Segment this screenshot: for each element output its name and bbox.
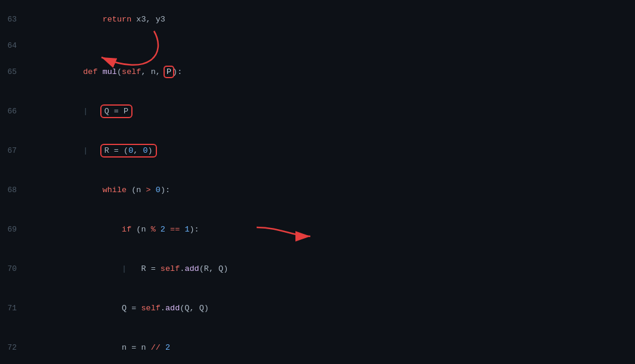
line-68: 68 while (n > 0): xyxy=(0,171,635,210)
highlight-R: R = (0, 0) xyxy=(103,146,155,155)
highlight-P: P xyxy=(165,67,172,76)
line-63: 63 return x3, y3 xyxy=(0,0,635,39)
line-70: 70 | R = self.add(R, Q) xyxy=(0,249,635,289)
line-69: 69 if (n % 2 == 1): xyxy=(0,210,635,249)
code-editor: 63 return x3, y3 64 65 def mul(self, n, … xyxy=(0,0,635,364)
line-65: 65 def mul(self, n, P): xyxy=(0,53,635,92)
line-71: 71 Q = self.add(Q, Q) xyxy=(0,289,635,328)
code-lines: 63 return x3, y3 64 65 def mul(self, n, … xyxy=(0,0,635,364)
highlight-Q-P: Q = P xyxy=(103,107,131,116)
line-64: 64 xyxy=(0,39,635,53)
line-67: 67 | R = (0, 0) xyxy=(0,131,635,171)
line-66: 66 | Q = P xyxy=(0,92,635,131)
line-72: 72 n = n // 2 xyxy=(0,328,635,364)
